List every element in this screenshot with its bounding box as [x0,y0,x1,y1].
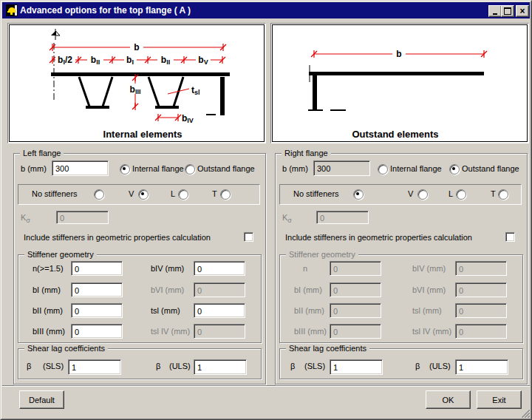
right-no-stiffeners-label: No stiffeners [293,189,339,198]
right-include-stiffeners-label: Include stiffeners in geometric properti… [285,233,472,242]
default-button[interactable]: Default [19,390,64,409]
left-geom-label-tslIV: tsl IV (mm) [151,327,190,336]
close-button[interactable]: × [516,5,529,17]
left-shear-lag-caption: Shear lag coefficients [24,344,108,353]
svg-text:tsl: tsl [191,85,200,96]
left-b-input[interactable] [52,160,109,176]
right-beta-sls-input[interactable] [330,359,383,375]
diagram-caption: Internal elements [103,129,183,140]
left-geom-input-tslIV[interactable] [194,324,245,339]
left-geom-label-bIV: bIV (mm) [151,264,184,273]
web-plate [220,77,225,115]
right-geom-input-bI[interactable] [330,282,381,297]
title-bar[interactable]: Advanced options for the top flange ( A … [2,2,530,18]
exit-button[interactable]: Exit [477,390,522,409]
left-t-label: T [212,189,217,198]
left-include-stiffeners-label: Include stiffeners in geometric properti… [24,233,211,242]
left-stiffener-geometry-caption: Stiffener geometry [24,250,97,259]
left-beta-uls-input[interactable] [194,359,247,375]
minimize-icon [493,13,497,15]
right-b-input[interactable] [313,160,370,176]
dimension-tsl: tsl [168,85,200,96]
right-beta-uls-symbol: β [415,362,420,370]
right-sls-label: (SLS) [304,362,325,370]
left-geom-input-tsl[interactable] [194,303,245,318]
right-outstand-flange-label: Outstand flange [462,164,519,173]
right-no-stiffeners-radio[interactable] [353,189,364,200]
right-t-label: T [491,189,496,198]
left-geom-input-bVI[interactable] [194,282,245,297]
left-t-radio[interactable] [220,189,231,200]
right-l-radio[interactable] [456,189,466,200]
left-k-sigma-label: Kσ [21,213,30,224]
left-geom-label-tsl: tsl (mm) [151,306,180,315]
right-geom-input-tsl[interactable] [455,303,507,318]
right-beta-sls-symbol: β [290,362,295,370]
left-outstand-flange-radio[interactable] [185,164,195,175]
resize-grip[interactable] [520,408,530,418]
left-flange-caption: Left flange [20,149,64,158]
right-flange-caption: Right flange [282,149,331,158]
left-geom-input-n[interactable] [71,261,123,276]
right-geom-label-bIV: bIV (mm) [412,264,446,273]
left-beta-uls-symbol: β [156,362,160,370]
right-v-label: V [408,189,413,198]
right-geom-label-n: n [303,264,307,273]
left-geom-input-bI[interactable] [71,282,123,297]
left-k-sigma-input[interactable] [56,211,109,224]
outstand-elements-diagram: b Outstand elements [270,23,529,143]
right-outstand-flange-radio[interactable] [449,164,460,175]
left-v-label: V [129,189,134,198]
left-geom-input-bIII[interactable] [71,324,123,339]
left-outstand-flange-label: Outstand flange [197,164,255,173]
left-geom-input-bIV[interactable] [194,261,245,276]
svg-text:bIV: bIV [182,113,194,124]
dimension-b: b [50,42,226,52]
right-t-radio[interactable] [498,189,508,200]
dimension-b: b [311,49,487,59]
right-include-stiffeners-checkbox[interactable] [505,232,515,242]
left-l-radio[interactable] [178,189,188,200]
right-geom-input-bII[interactable] [330,303,381,318]
right-shear-lag-caption: Shear lag coefficients [286,344,369,353]
maximize-button[interactable] [501,5,514,17]
ok-button[interactable]: OK [426,390,471,409]
right-stiffener-geometry-caption: Stiffener geometry [286,250,358,259]
left-include-stiffeners-checkbox[interactable] [244,232,253,242]
footer-separator [2,385,530,387]
right-k-sigma-input[interactable] [316,211,369,224]
right-v-radio[interactable] [417,189,428,200]
left-no-stiffeners-label: No stiffeners [32,189,78,198]
right-geom-input-tslIV[interactable] [455,324,507,339]
flange-plate [309,72,484,75]
left-beta-sls-input[interactable] [68,359,121,375]
right-geom-label-tslIV: tsl IV (mm) [412,327,451,336]
left-geom-label-bIII: bIII (mm) [33,327,65,336]
app-icon [6,4,18,16]
left-sls-label: (SLS) [43,362,64,370]
internal-elements-diagram: b bI/2 bII bI bII bV [7,23,266,143]
minimize-button[interactable] [488,5,502,17]
right-geom-input-n[interactable] [330,261,381,276]
left-internal-flange-radio[interactable] [120,164,130,175]
left-l-label: L [171,189,175,198]
left-uls-label: (ULS) [169,362,191,370]
maximize-icon [504,7,511,15]
flange-plate [51,72,230,76]
right-geom-label-bII: bII (mm) [294,306,324,315]
right-k-sigma-label: Kσ [282,213,292,224]
left-geom-label-n: n(>=1.5) [33,264,64,273]
right-geom-label-tsl: tsl (mm) [412,306,442,315]
right-geom-label-bI: bI (mm) [294,285,322,294]
left-geom-label-bII: bII (mm) [33,306,63,315]
right-internal-flange-label: Internal flange [390,164,442,173]
right-geom-input-bIV[interactable] [455,261,507,276]
right-internal-flange-radio[interactable] [378,164,388,175]
right-beta-uls-input[interactable] [455,359,508,375]
left-geom-input-bII[interactable] [71,303,123,318]
left-no-stiffeners-radio[interactable] [94,189,104,200]
right-geom-input-bIII[interactable] [330,324,381,339]
left-v-radio[interactable] [138,189,149,200]
dimension-row: bI/2 bII bI bII bV [50,55,225,66]
right-geom-input-bVI[interactable] [455,282,507,297]
